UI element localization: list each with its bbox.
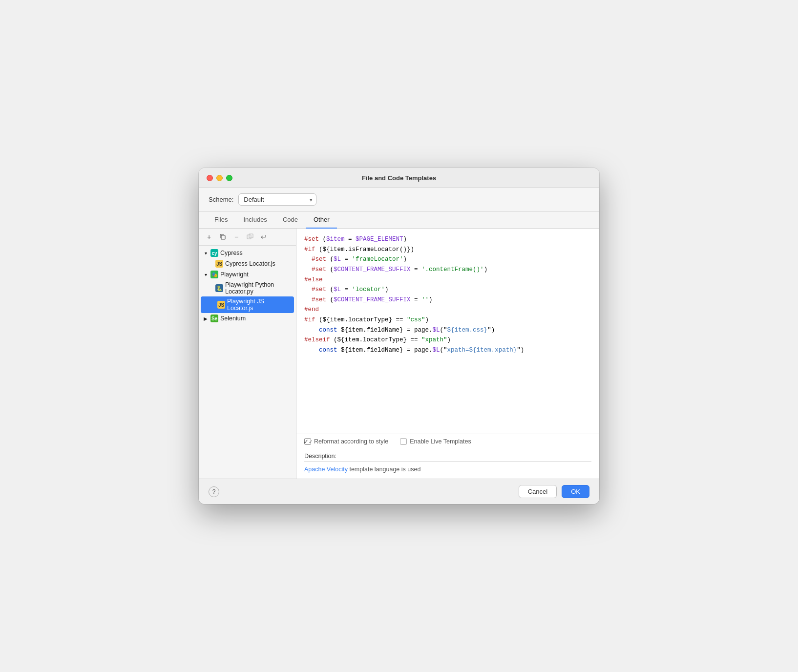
footer-right: Cancel OK: [519, 485, 589, 498]
add-button[interactable]: +: [203, 231, 215, 242]
duplicate-button[interactable]: [244, 231, 256, 242]
live-templates-row[interactable]: Enable Live Templates: [400, 438, 471, 445]
selenium-label: Selenium: [220, 315, 246, 322]
minimize-button[interactable]: [216, 175, 223, 181]
apache-velocity-link[interactable]: Apache Velocity: [304, 466, 348, 473]
description-rest: template language is used: [348, 466, 420, 473]
reset-button[interactable]: ↩: [257, 231, 270, 242]
remove-button[interactable]: −: [230, 231, 243, 242]
traffic-lights: [207, 175, 232, 181]
scheme-select-wrapper[interactable]: Default Project Custom: [238, 193, 316, 206]
playwright-icon: 🎭: [210, 271, 218, 278]
main-content: + − ↩ ▾: [199, 229, 599, 479]
selenium-icon: Se: [210, 315, 218, 322]
copy-button[interactable]: [216, 231, 229, 242]
live-templates-label: Enable Live Templates: [410, 438, 471, 445]
tree-item-playwright-python[interactable]: 🐍 Playwright Python Locator.py: [199, 280, 296, 296]
cypress-locator-label: Cypress Locator.js: [225, 260, 275, 267]
reformat-checkbox[interactable]: ✓: [304, 438, 311, 445]
footer-left: ?: [209, 486, 219, 497]
playwright-python-label: Playwright Python Locator.py: [225, 281, 292, 295]
window-title: File and Code Templates: [362, 174, 436, 182]
tabs-row: Files Includes Code Other: [199, 212, 599, 229]
right-panel: #set ($item = $PAGE_ELEMENT) #if (${item…: [296, 229, 599, 479]
tree-group-playwright[interactable]: ▾ 🎭 Playwright: [199, 269, 296, 280]
left-panel: + − ↩ ▾: [199, 229, 296, 479]
scheme-select[interactable]: Default Project Custom: [238, 193, 316, 206]
title-bar: File and Code Templates: [199, 168, 599, 188]
description-label: Description:: [304, 453, 591, 460]
playwright-js-label: Playwright JS Locator.js: [227, 298, 290, 312]
bottom-options: ✓ Reformat according to style Enable Liv…: [296, 434, 599, 449]
playwright-label: Playwright: [220, 271, 249, 278]
reformat-row[interactable]: ✓ Reformat according to style: [304, 438, 388, 445]
description-text: Apache Velocity template language is use…: [304, 466, 591, 473]
tab-code[interactable]: Code: [275, 212, 306, 229]
footer: ? Cancel OK: [199, 479, 599, 504]
js-icon-playwright: JS: [217, 301, 225, 309]
reformat-label: Reformat according to style: [314, 438, 388, 445]
tab-includes[interactable]: Includes: [235, 212, 274, 229]
chevron-down-icon-playwright: ▾: [203, 272, 209, 277]
tree-item-cypress-locator[interactable]: JS Cypress Locator.js: [199, 258, 296, 269]
chevron-right-icon: ▶: [203, 316, 209, 321]
scheme-label: Scheme:: [209, 196, 233, 203]
tab-files[interactable]: Files: [207, 212, 235, 229]
tab-other[interactable]: Other: [306, 212, 337, 229]
cypress-icon: cy: [210, 249, 218, 257]
live-templates-checkbox[interactable]: [400, 438, 407, 445]
toolbar: + − ↩: [199, 229, 296, 246]
code-editor[interactable]: #set ($item = $PAGE_ELEMENT) #if (${item…: [296, 229, 599, 434]
js-icon: JS: [215, 260, 223, 268]
tree-group-cypress[interactable]: ▾ cy Cypress: [199, 248, 296, 258]
description-divider: [304, 462, 591, 462]
tree: ▾ cy Cypress JS Cypress Locator.js ▾ 🎭 P…: [199, 246, 296, 479]
scheme-row: Scheme: Default Project Custom: [199, 188, 599, 212]
dialog: File and Code Templates Scheme: Default …: [199, 168, 599, 504]
tree-group-selenium[interactable]: ▶ Se Selenium: [199, 313, 296, 324]
ok-button[interactable]: OK: [562, 485, 589, 498]
description-section: Description: Apache Velocity template la…: [296, 449, 599, 479]
chevron-down-icon: ▾: [203, 251, 209, 256]
cancel-button[interactable]: Cancel: [519, 485, 557, 498]
py-icon: 🐍: [215, 284, 223, 292]
tree-item-playwright-js[interactable]: JS Playwright JS Locator.js: [201, 296, 294, 313]
help-button[interactable]: ?: [209, 486, 219, 497]
close-button[interactable]: [207, 175, 213, 181]
cypress-label: Cypress: [220, 250, 243, 256]
svg-rect-0: [221, 235, 225, 239]
maximize-button[interactable]: [226, 175, 232, 181]
